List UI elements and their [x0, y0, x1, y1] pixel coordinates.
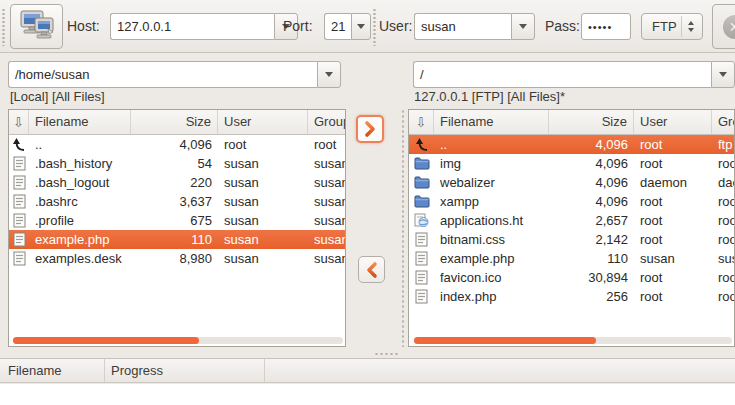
table-row[interactable]: examples.desk 8,980 susan susan [9, 249, 345, 268]
spinner-arrows-icon[interactable] [681, 16, 699, 37]
size-cell: 4,096 [549, 156, 634, 171]
pass-input[interactable]: ••••• [581, 13, 631, 40]
port-dropdown-button[interactable] [351, 13, 371, 40]
file-icon [9, 175, 29, 190]
group-cell: root [712, 232, 734, 247]
updir-icon [409, 137, 434, 152]
size-cell: 3,637 [131, 194, 218, 209]
filename-cell: .bash_history [29, 156, 131, 171]
size-column-header[interactable]: Size [131, 110, 218, 134]
user-dropdown-button[interactable] [511, 13, 535, 40]
file-icon [9, 232, 29, 247]
table-row[interactable]: webalizer 4,096 daemon daemon [409, 173, 734, 192]
user-column-header[interactable]: User [634, 110, 712, 134]
filename-cell: bitnami.css [434, 232, 549, 247]
table-row[interactable]: .. 4,096 root root [9, 135, 345, 154]
stop-button[interactable]: ✕ [712, 4, 735, 49]
filename-column-header[interactable]: Filename [434, 110, 549, 134]
remote-status-label: 127.0.0.1 [FTP] [All Files]* [414, 89, 565, 104]
protocol-select[interactable]: FTP [641, 13, 703, 40]
size-cell: 110 [549, 251, 634, 266]
transfer-right-button[interactable] [356, 115, 384, 143]
toolbar-grip[interactable] [2, 8, 5, 46]
size-cell: 256 [549, 289, 634, 304]
filename-cell: webalizer [434, 175, 549, 190]
table-row[interactable]: bitnami.css 2,142 root root [409, 230, 734, 249]
table-row[interactable]: xampp 4,096 root root [409, 192, 734, 211]
chevron-down-icon [357, 24, 365, 29]
filename-cell: .profile [29, 213, 131, 228]
filename-cell: .bash_logout [29, 175, 131, 190]
table-row[interactable]: img 4,096 root root [409, 154, 734, 173]
group-cell: daemon [712, 175, 734, 190]
group-cell: susan [308, 194, 345, 209]
folder-icon [409, 195, 434, 208]
filename-cell: example.php [434, 251, 549, 266]
scrollbar-thumb[interactable] [13, 337, 199, 344]
connect-button[interactable] [10, 4, 63, 49]
scrollbar-thumb[interactable] [414, 337, 596, 344]
port-input[interactable]: 21 [324, 13, 351, 40]
user-input[interactable]: susan [414, 13, 511, 40]
group-column-header[interactable]: Group [308, 110, 345, 134]
table-row[interactable]: .bashrc 3,637 susan susan [9, 192, 345, 211]
table-row[interactable]: example.php 110 susan susan [9, 230, 345, 249]
table-row[interactable]: .. 4,096 root ftp [409, 135, 734, 154]
user-cell: susan [218, 156, 308, 171]
file-icon [9, 251, 29, 266]
pane-divider-grip[interactable] [401, 109, 405, 347]
user-combo[interactable]: susan [414, 13, 535, 40]
queue-header-filler [265, 359, 735, 382]
table-row[interactable]: favicon.ico 30,894 root root [409, 268, 734, 287]
user-column-header[interactable]: User [218, 110, 308, 134]
port-combo[interactable]: 21 [324, 13, 371, 40]
group-cell: root [712, 289, 734, 304]
host-combo[interactable]: 127.0.0.1 [110, 13, 298, 40]
group-column-header[interactable]: Group [712, 110, 734, 134]
filename-column-header[interactable]: Filename [29, 110, 131, 134]
user-cell: root [634, 289, 712, 304]
file-icon [409, 270, 434, 285]
filename-cell: applications.ht [434, 213, 549, 228]
group-cell: root [712, 270, 734, 285]
webfile-icon [409, 213, 434, 228]
filename-cell: .. [29, 137, 131, 152]
remote-path-dropdown-button[interactable] [711, 61, 735, 88]
transfer-queue-list[interactable] [0, 384, 735, 405]
table-row[interactable]: index.php 256 root root [409, 287, 734, 306]
remote-file-table: Filename Size User Group .. 4,096 root f… [408, 109, 735, 347]
size-column-header[interactable]: Size [549, 110, 634, 134]
group-cell: root [308, 137, 345, 152]
local-path-combo[interactable]: /home/susan [8, 61, 341, 88]
chevron-down-icon [519, 24, 527, 29]
queue-progress-column-header[interactable]: Progress [105, 359, 265, 382]
local-file-list: .. 4,096 root root .bash_history 54 susa… [9, 135, 345, 346]
queue-filename-column-header[interactable]: Filename [0, 359, 105, 382]
local-horizontal-scrollbar[interactable] [13, 337, 343, 344]
remote-table-header: Filename Size User Group [409, 110, 734, 135]
remote-path-input[interactable]: / [413, 61, 711, 88]
table-row[interactable]: applications.ht 2,657 root root [409, 211, 734, 230]
transfer-queue-header: Filename Progress [0, 358, 735, 383]
sort-column-header[interactable] [409, 110, 434, 134]
remote-horizontal-scrollbar[interactable] [414, 337, 732, 344]
size-cell: 4,096 [549, 137, 634, 152]
table-row[interactable]: .profile 675 susan susan [9, 211, 345, 230]
host-input[interactable]: 127.0.0.1 [110, 13, 274, 40]
remote-path-combo[interactable]: / [413, 61, 735, 88]
toolbar-grip[interactable] [373, 8, 376, 46]
queue-divider-grip[interactable] [374, 352, 398, 356]
local-status-label: [Local] [All Files] [10, 89, 105, 104]
user-cell: susan [218, 251, 308, 266]
size-cell: 2,142 [549, 232, 634, 247]
sort-column-header[interactable] [9, 110, 29, 134]
chevron-down-icon [325, 72, 333, 77]
transfer-left-button[interactable] [358, 256, 385, 283]
local-path-input[interactable]: /home/susan [8, 61, 317, 88]
local-path-dropdown-button[interactable] [317, 61, 341, 88]
filename-cell: examples.desk [29, 251, 131, 266]
table-row[interactable]: example.php 110 susan susan [409, 249, 734, 268]
table-row[interactable]: .bash_history 54 susan susan [9, 154, 345, 173]
user-cell: susan [218, 175, 308, 190]
table-row[interactable]: .bash_logout 220 susan susan [9, 173, 345, 192]
